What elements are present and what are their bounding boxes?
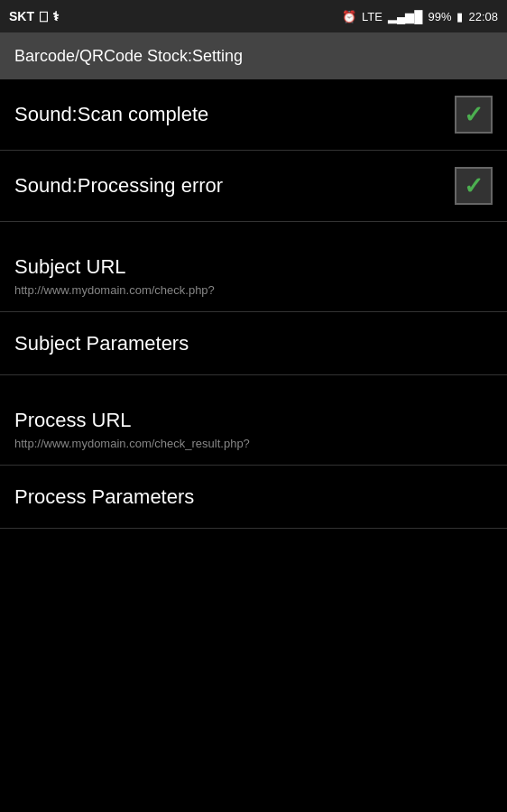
section-gap-1 [0, 222, 507, 240]
page-title: Barcode/QRCode Stock:Setting [14, 47, 243, 66]
sound-processing-error-label: Sound:Processing error [14, 173, 455, 199]
sound-scan-complete-checkbox[interactable]: ✓ [455, 96, 493, 134]
process-url-item[interactable]: Process URL http://www.mydomain.com/chec… [0, 393, 507, 466]
subject-parameters-label: Subject Parameters [14, 332, 189, 355]
subject-parameters-item[interactable]: Subject Parameters [0, 312, 507, 375]
sound-scan-complete-content: Sound:Scan complete [14, 102, 455, 128]
title-bar: Barcode/QRCode Stock:Setting [0, 32, 507, 79]
alarm-icon: ⏰ [342, 10, 356, 23]
subject-url-value: http://www.mydomain.com/check.php? [14, 283, 493, 297]
process-url-value: http://www.mydomain.com/check_result.php… [14, 437, 493, 450]
subject-url-label: Subject URL [14, 255, 493, 279]
sound-scan-complete-label: Sound:Scan complete [14, 102, 455, 128]
signal-icon: ▂▄▆█ [388, 10, 422, 23]
settings-list: Sound:Scan complete ✓ Sound:Processing e… [0, 79, 507, 529]
status-bar: SKT ⎕ ⚕ ⏰ LTE ▂▄▆█ 99% ▮ 22:08 [0, 0, 507, 32]
carrier-label: SKT [9, 9, 34, 23]
usb-icon: ⎕ [40, 9, 47, 23]
android-icon: ⚕ [52, 9, 60, 23]
process-parameters-item[interactable]: Process Parameters [0, 466, 507, 529]
network-label: LTE [362, 10, 383, 23]
sound-processing-error-item[interactable]: Sound:Processing error ✓ [0, 151, 507, 222]
checkmark-icon: ✓ [464, 101, 484, 129]
status-left: SKT ⎕ ⚕ [9, 9, 60, 23]
sound-scan-complete-item[interactable]: Sound:Scan complete ✓ [0, 79, 507, 151]
sound-processing-error-content: Sound:Processing error [14, 173, 455, 199]
section-gap-2 [0, 375, 507, 393]
process-url-label: Process URL [14, 409, 493, 432]
time-label: 22:08 [468, 10, 498, 23]
battery-label: 99% [428, 10, 451, 23]
subject-url-item[interactable]: Subject URL http://www.mydomain.com/chec… [0, 240, 507, 312]
checkmark-icon: ✓ [464, 172, 484, 200]
sound-processing-error-checkbox[interactable]: ✓ [455, 167, 493, 205]
battery-icon: ▮ [456, 10, 463, 23]
process-parameters-label: Process Parameters [14, 485, 194, 509]
status-right: ⏰ LTE ▂▄▆█ 99% ▮ 22:08 [342, 10, 498, 23]
